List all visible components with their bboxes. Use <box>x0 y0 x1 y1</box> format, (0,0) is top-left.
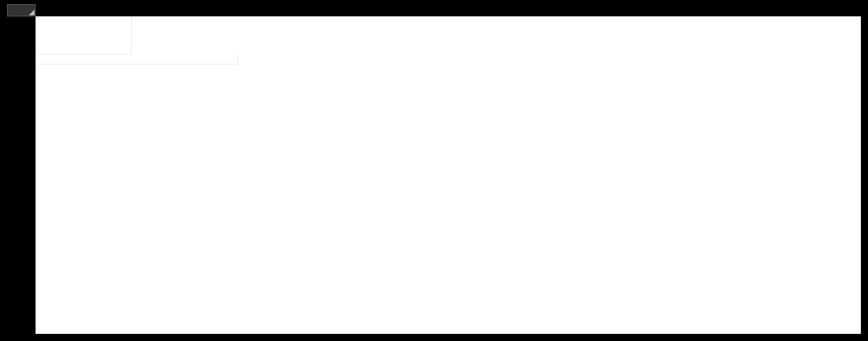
select-all-corner[interactable] <box>7 4 36 16</box>
spreadsheet[interactable] <box>7 4 861 334</box>
merged-cell-stat[interactable] <box>36 16 132 55</box>
merged-cell-time[interactable] <box>36 55 238 64</box>
window-frame <box>0 0 868 341</box>
row-headers[interactable] <box>7 16 36 334</box>
column-headers[interactable] <box>36 4 861 16</box>
cell-grid[interactable] <box>36 16 861 334</box>
